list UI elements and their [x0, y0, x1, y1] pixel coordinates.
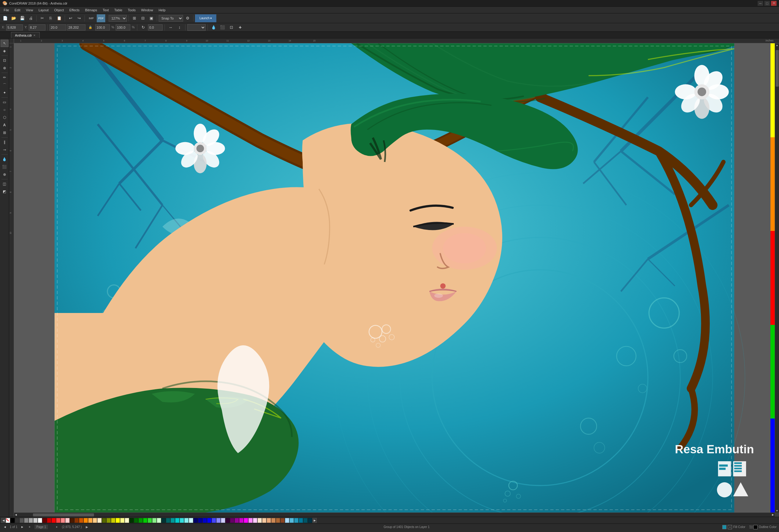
outline-prop-button[interactable]: ⊡ [227, 23, 235, 31]
cs-silver[interactable] [33, 518, 38, 523]
scroll-down-button[interactable]: ▼ [775, 509, 779, 513]
fill-prop-button[interactable]: ⬛ [219, 23, 226, 31]
fill-color-swatch[interactable] [722, 525, 726, 529]
back-button[interactable]: ◀ [2, 0, 9, 7]
cs-bteal[interactable] [175, 518, 179, 523]
options-button[interactable]: ⚙ [184, 14, 192, 22]
cs-skin1[interactable] [257, 518, 262, 523]
cs-olive[interactable] [107, 518, 111, 523]
freehand-tool[interactable]: ✏ [1, 74, 8, 81]
menu-bitmaps[interactable]: Bitmaps [83, 8, 100, 12]
cs-mbrown[interactable] [79, 518, 83, 523]
cs-lavender[interactable] [253, 518, 257, 523]
cs-blue[interactable] [202, 518, 207, 523]
zoom-tool[interactable]: ⊕ [1, 64, 8, 72]
scrollbar-vertical[interactable]: ▲ ▼ [775, 43, 779, 513]
cs-dgreen[interactable] [129, 518, 134, 523]
cs-bred[interactable] [52, 518, 56, 523]
cs-dviolet[interactable] [226, 518, 230, 523]
cs-mintgreen[interactable] [157, 518, 161, 523]
cs-fgreen[interactable] [134, 518, 138, 523]
lock-ratio-button[interactable]: 🔒 [86, 23, 94, 31]
cs-skin5[interactable] [276, 518, 280, 523]
menu-effects[interactable]: Effects [67, 8, 82, 12]
palette-scroll-right[interactable]: ▶ [312, 518, 317, 523]
cs-llyellow[interactable] [125, 518, 129, 523]
scale-x-input[interactable] [95, 24, 110, 30]
cs-purple[interactable] [235, 518, 239, 523]
cs-skin3[interactable] [267, 518, 271, 523]
menu-view[interactable]: View [23, 8, 36, 12]
cs-yellow[interactable] [111, 518, 115, 523]
canvas-area[interactable]: Resa Embutin [14, 43, 775, 513]
artistic-tool[interactable]: ✦ [1, 89, 8, 96]
tab-antheia[interactable]: Antheia.cdr ✕ [11, 32, 40, 38]
height-input[interactable] [67, 24, 85, 30]
transform-select[interactable] [187, 24, 206, 31]
cs-sky5[interactable] [303, 518, 308, 523]
cs-magenta[interactable] [239, 518, 243, 523]
smart-fill-tool[interactable]: ⊕ [1, 171, 8, 178]
cs-peach[interactable] [93, 518, 97, 523]
cs-byellow[interactable] [116, 518, 120, 523]
scrollbar-horizontal[interactable]: ◀ ▶ [14, 513, 775, 517]
width-input[interactable] [49, 24, 66, 30]
cs-lmagenta[interactable] [244, 518, 248, 523]
cs-dteal[interactable] [162, 518, 166, 523]
scroll-thumb-v[interactable] [776, 50, 779, 87]
redo-button[interactable]: ↪ [75, 14, 83, 22]
dimension-tool[interactable]: ∥ [1, 138, 8, 146]
scroll-right-button[interactable]: ▶ [771, 513, 775, 517]
cs-llteal[interactable] [184, 518, 189, 523]
x-input[interactable] [6, 24, 23, 30]
shadow-tool[interactable]: ◫ [1, 180, 8, 188]
menu-file[interactable]: File [1, 8, 12, 12]
cs-mteal[interactable] [171, 518, 175, 523]
dropper-prop-button[interactable]: 💧 [209, 23, 218, 31]
mirror-h-button[interactable]: ↔ [167, 23, 175, 31]
cs-lblue[interactable] [212, 518, 216, 523]
cs-dblue[interactable] [193, 518, 198, 523]
page-next-button[interactable]: ▶ [20, 525, 25, 530]
menu-table[interactable]: Table [112, 8, 125, 12]
ellipse-tool[interactable]: ○ [1, 106, 8, 114]
mirror-v-button[interactable]: ↕ [175, 23, 183, 31]
save-button[interactable]: 💾 [18, 14, 26, 22]
text-tool[interactable]: A [1, 121, 8, 129]
new-button[interactable]: 📄 [1, 14, 9, 22]
cs-dolive[interactable] [102, 518, 106, 523]
undo-button[interactable]: ↩ [66, 14, 74, 22]
cs-cream[interactable] [97, 518, 102, 523]
cs-black[interactable] [10, 518, 15, 523]
transparency-tool[interactable]: ◩ [1, 188, 8, 195]
cs-sky1[interactable] [285, 518, 289, 523]
add-btn[interactable]: + [236, 23, 244, 31]
rectangle-tool[interactable]: ▭ [1, 98, 8, 106]
cs-sky3[interactable] [294, 518, 298, 523]
cs-periwinkle[interactable] [221, 518, 225, 523]
close-button[interactable]: ✕ [771, 1, 777, 6]
maximize-button[interactable]: □ [764, 1, 770, 6]
menu-text[interactable]: Text [100, 8, 111, 12]
cs-skin6[interactable] [281, 518, 285, 523]
menu-window[interactable]: Window [139, 8, 156, 12]
crop-tool[interactable]: ⊡ [1, 57, 8, 64]
cs-dark1[interactable] [15, 518, 19, 523]
cs-white[interactable] [38, 518, 42, 523]
table-tool[interactable]: ⊞ [1, 129, 8, 136]
scroll-up-button[interactable]: ▲ [775, 43, 779, 47]
tab-close-button[interactable]: ✕ [33, 34, 36, 37]
cs-lteal[interactable] [180, 518, 184, 523]
cs-lpink[interactable] [65, 518, 70, 523]
color-swatch-none[interactable] [6, 518, 10, 523]
y-input[interactable] [29, 24, 46, 30]
open-button[interactable]: 📂 [10, 14, 18, 22]
view-wireframe[interactable]: ⊟ [139, 14, 147, 22]
cs-navy[interactable] [198, 518, 202, 523]
menu-object[interactable]: Object [52, 8, 66, 12]
cs-dred[interactable] [43, 518, 47, 523]
cs-gray[interactable] [24, 518, 28, 523]
cs-dark2[interactable] [19, 518, 24, 523]
cs-lorange[interactable] [88, 518, 93, 523]
launch-button[interactable]: Launch ▾ [195, 14, 216, 22]
